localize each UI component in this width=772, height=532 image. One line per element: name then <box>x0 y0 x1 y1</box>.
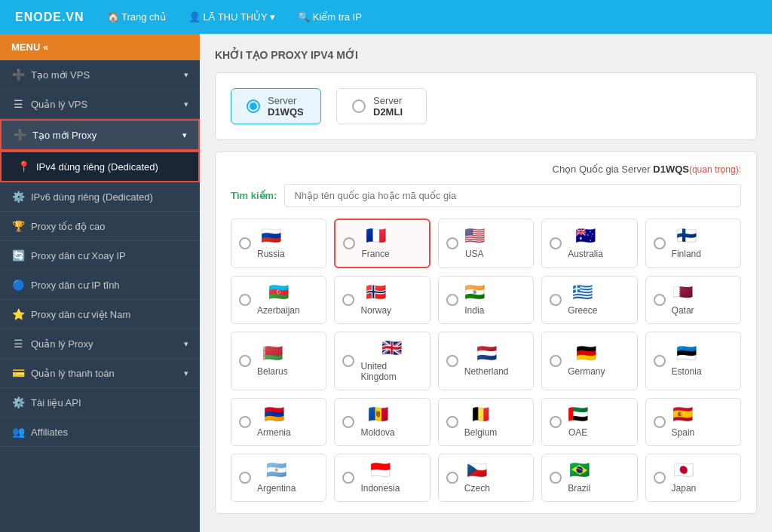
country-card-australia[interactable]: 🇦🇺 Australia <box>541 219 637 268</box>
sidebar-icon-proxy-dan-cu-xoay: 🔄 <box>11 249 25 261</box>
chevron-icon-quan-ly-thanh-toan: ▾ <box>184 368 188 378</box>
country-name-japan: Japan <box>672 483 697 494</box>
country-card-japan[interactable]: 🇯🇵 Japan <box>645 454 741 502</box>
country-card-finland[interactable]: 🇫🇮 Finland <box>645 219 741 268</box>
country-name-estonia: Estonia <box>672 366 702 377</box>
sidebar-item-quan-ly-vps[interactable]: ☰ Quản lý VPS ▾ <box>0 90 200 119</box>
page-title: KHỞI TẠO PROXY IPv4 MỚI <box>215 49 757 61</box>
sidebar-item-tai-lieu-api[interactable]: ⚙️ Tài liệu API <box>0 388 200 417</box>
country-card-czech[interactable]: 🇨🇿 Czech <box>438 454 534 502</box>
country-card-spain[interactable]: 🇪🇸 Spain <box>645 398 741 446</box>
country-radio-usa <box>446 237 458 249</box>
sidebar-item-ipv4-rieng[interactable]: 📍 IPv4 dùng riêng (Dedicated) <box>0 151 200 182</box>
country-flag-spain: 🇪🇸 <box>672 406 693 423</box>
country-card-germany[interactable]: 🇩🇪 Germany <box>541 332 637 390</box>
country-flag-azerbaijan: 🇦🇿 <box>268 284 289 301</box>
country-name-indonesia: Indonesia <box>360 483 400 494</box>
sidebar-item-affiliates[interactable]: 👥 Affiliates <box>0 417 200 447</box>
server-option-D2MLI[interactable]: Server D2MLI <box>336 88 427 124</box>
sidebar-item-proxy-dan-cu-vn[interactable]: ⭐ Proxy dân cư việt Nam <box>0 300 200 329</box>
country-name-france: France <box>361 249 389 259</box>
server-name-D2MLI: D2MLI <box>373 106 403 118</box>
sidebar-item-ipv6-rieng[interactable]: ⚙️ IPv6 dùng riêng (Dedicated) <box>0 182 200 212</box>
country-radio-azerbaijan <box>239 294 251 306</box>
country-card-brazil[interactable]: 🇧🇷 Brazil <box>541 454 637 502</box>
country-name-brazil: Brazil <box>568 483 590 494</box>
country-card-france[interactable]: 🇫🇷 France <box>334 219 430 268</box>
sidebar-item-quan-ly-proxy[interactable]: ☰ Quản lý Proxy ▾ <box>0 329 200 359</box>
sidebar-item-tao-moi-proxy[interactable]: ➕ Tạo mới Proxy ▾ <box>0 119 200 151</box>
top-nav: ENODE.VN 🏠 Trang chủ 👤 LÃ THU THỦY ▾ 🔍 K… <box>0 0 772 34</box>
country-card-armenia[interactable]: 🇦🇲 Armenia <box>231 398 326 446</box>
country-radio-spain <box>654 416 666 428</box>
country-card-estonia[interactable]: 🇪🇪 Estonia <box>645 332 741 390</box>
country-name-australia: Australia <box>568 249 603 259</box>
country-card-oae[interactable]: 🇦🇪 OAE <box>541 398 637 446</box>
country-flag-germany: 🇩🇪 <box>576 345 596 362</box>
country-inner-czech: 🇨🇿 Czech <box>464 462 490 494</box>
country-flag-brazil: 🇧🇷 <box>569 462 590 478</box>
country-name-greece: Greece <box>568 305 597 316</box>
sidebar-item-proxy-toc-do[interactable]: 🏆 Proxy tốc độ cao <box>0 212 200 241</box>
country-flag-india: 🇮🇳 <box>464 284 485 301</box>
country-card-indonesia[interactable]: 🇮🇩 Indonesia <box>334 454 430 502</box>
country-card-belarus[interactable]: 🇧🇾 Belarus <box>231 332 326 390</box>
country-card-belgium[interactable]: 🇧🇪 Belgium <box>438 398 534 446</box>
country-flag-armenia: 🇦🇲 <box>264 406 284 423</box>
country-radio-australia <box>550 237 562 249</box>
country-name-belarus: Belarus <box>257 366 288 377</box>
country-inner-estonia: 🇪🇪 Estonia <box>672 345 702 377</box>
country-radio-estonia <box>654 355 666 367</box>
country-card-greece[interactable]: 🇬🇷 Greece <box>541 276 637 324</box>
country-radio-russia <box>239 237 251 249</box>
country-name-united-kingdom: United Kingdom <box>360 361 421 382</box>
server-label-D2MLI: Server <box>373 95 403 106</box>
country-inner-armenia: 🇦🇲 Armenia <box>257 406 291 438</box>
country-card-netherlands[interactable]: 🇳🇱 Netherland <box>438 332 534 390</box>
country-flag-japan: 🇯🇵 <box>673 462 694 478</box>
sidebar-item-quan-ly-thanh-toan[interactable]: 💳 Quản lý thanh toán ▾ <box>0 359 200 388</box>
sidebar-item-proxy-dan-cu-xoay[interactable]: 🔄 Proxy dân cư Xoay IP <box>0 241 200 271</box>
country-card-united-kingdom[interactable]: 🇬🇧 United Kingdom <box>334 332 430 390</box>
main-content: KHỞI TẠO PROXY IPv4 MỚI Server D1WQS Ser… <box>200 34 772 532</box>
chevron-icon-tao-moi-vps: ▾ <box>184 70 188 80</box>
home-link[interactable]: 🏠 Trang chủ <box>107 11 166 23</box>
country-name-armenia: Armenia <box>257 427 291 438</box>
sidebar-label-tao-moi-vps: Tạo mới VPS <box>31 69 90 81</box>
country-radio-argentina <box>239 472 251 484</box>
country-radio-netherlands <box>446 355 458 367</box>
country-name-russia: Russia <box>257 249 285 259</box>
sidebar-label-quan-ly-vps: Quản lý VPS <box>31 99 87 110</box>
country-card-russia[interactable]: 🇷🇺 Russia <box>231 219 326 268</box>
country-flag-france: 🇫🇷 <box>366 228 386 244</box>
country-card-usa[interactable]: 🇺🇸 USA <box>438 219 534 268</box>
country-flag-greece: 🇬🇷 <box>572 284 593 301</box>
sidebar-item-tao-moi-vps[interactable]: ➕ Tạo mới VPS ▾ <box>0 60 200 90</box>
check-ip-link[interactable]: 🔍 Kiểm tra IP <box>298 11 362 23</box>
country-radio-japan <box>654 472 666 484</box>
country-card-moldova[interactable]: 🇲🇩 Moldova <box>334 398 430 446</box>
brand-logo: ENODE.VN <box>15 11 84 24</box>
sidebar-label-proxy-dan-cu-vn: Proxy dân cư việt Nam <box>31 309 130 320</box>
sidebar-icon-quan-ly-thanh-toan: 💳 <box>11 367 25 379</box>
sidebar-item-proxy-dan-cu-tinh[interactable]: 🔵 Proxy dân cư IP tĩnh <box>0 271 200 300</box>
sidebar-icon-affiliates: 👥 <box>11 426 25 438</box>
server-option-D1WQS[interactable]: Server D1WQS <box>231 88 321 124</box>
country-card-qatar[interactable]: 🇶🇦 Qatar <box>645 276 741 324</box>
country-inner-greece: 🇬🇷 Greece <box>568 284 597 316</box>
country-card-argentina[interactable]: 🇦🇷 Argentina <box>231 454 326 502</box>
country-flag-usa: 🇺🇸 <box>464 228 485 244</box>
country-card-norway[interactable]: 🇳🇴 Norway <box>334 276 430 324</box>
user-menu[interactable]: 👤 LÃ THU THỦY ▾ <box>188 11 275 23</box>
country-card-india[interactable]: 🇮🇳 India <box>438 276 534 324</box>
country-flag-czech: 🇨🇿 <box>467 462 487 478</box>
search-input[interactable] <box>284 184 741 207</box>
chevron-icon-quan-ly-vps: ▾ <box>184 99 188 109</box>
country-inner-qatar: 🇶🇦 Qatar <box>672 284 694 316</box>
country-name-finland: Finland <box>672 249 701 259</box>
country-flag-estonia: 🇪🇪 <box>676 345 697 362</box>
country-radio-india <box>446 294 458 306</box>
country-name-germany: Germany <box>568 366 605 377</box>
country-card-azerbaijan[interactable]: 🇦🇿 Azerbaijan <box>231 276 326 324</box>
country-inner-russia: 🇷🇺 Russia <box>257 228 285 259</box>
